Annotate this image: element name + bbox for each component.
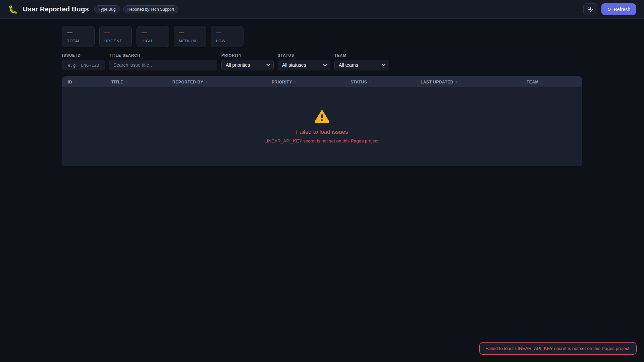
filter-group-status: STATUS All statuses (278, 53, 330, 70)
stats-row: — TOTAL — URGENT — HIGH — MEDIUM — LOW (62, 26, 582, 47)
team-label: TEAM (334, 53, 389, 57)
stat-value-high: — (142, 30, 164, 36)
filter-group-title-search: TITLE SEARCH (109, 53, 217, 70)
filter-group-issue-id: ISSUE ID (62, 53, 105, 70)
status-label: STATUS (278, 53, 330, 57)
column-header-priority[interactable]: PRIORITY ↕ (272, 80, 351, 84)
stat-label-medium: MEDIUM (179, 39, 201, 43)
page-title: User Reported Bugs (23, 5, 89, 13)
filter-group-priority: PRIORITY All priorities (221, 53, 274, 70)
refresh-button-label: Refresh (614, 7, 630, 12)
stat-card-medium: — MEDIUM (174, 26, 206, 47)
issue-id-input[interactable] (62, 60, 105, 70)
stat-label-urgent: URGENT (104, 39, 127, 43)
priority-label: PRIORITY (221, 53, 274, 57)
sort-icon: ↕ (369, 80, 371, 84)
stat-value-urgent: — (104, 30, 127, 36)
filters-row: ISSUE ID TITLE SEARCH PRIORITY All prior… (62, 53, 582, 70)
error-toast: Failed to load: LINEAR_API_KEY secret is… (479, 342, 637, 355)
minimize-glyph: – (574, 6, 579, 12)
warning-icon (315, 110, 329, 125)
sort-icon: ↕ (541, 80, 543, 84)
stat-value-low: — (216, 30, 238, 36)
badge-reported-by: Reported by:Tech Support (123, 5, 178, 13)
error-message: LINEAR_API_KEY secret is not set on this… (264, 138, 380, 143)
sun-icon (588, 7, 593, 12)
column-header-status[interactable]: STATUS ↕ (351, 80, 421, 84)
column-header-id[interactable]: ID ↕ (68, 80, 111, 84)
theme-toggle-button[interactable] (583, 3, 597, 15)
column-header-title[interactable]: TITLE ↕ (111, 80, 172, 84)
filter-group-team: TEAM All teams (334, 53, 389, 70)
column-header-last-updated[interactable]: LAST UPDATED ↕ (421, 80, 527, 84)
title-search-label: TITLE SEARCH (109, 53, 217, 57)
main-content: — TOTAL — URGENT — HIGH — MEDIUM — LOW I… (62, 19, 582, 166)
issue-id-label: ISSUE ID (62, 53, 105, 57)
sort-icon-active: ↕ (456, 80, 458, 84)
stat-label-high: HIGH (142, 39, 164, 43)
header-badges: Type:Bug Reported by:Tech Support (94, 5, 178, 13)
stat-label-low: LOW (216, 39, 238, 43)
toast-message: Failed to load: LINEAR_API_KEY secret is… (485, 346, 631, 351)
team-select[interactable]: All teams (334, 60, 389, 70)
priority-select[interactable]: All priorities (221, 60, 274, 70)
table-header-row: ID ↕ TITLE ↕ REPORTED BY ↕ PRIORITY ↕ ST… (62, 77, 582, 87)
sort-icon: ↕ (294, 80, 297, 84)
sort-icon: ↕ (206, 80, 208, 84)
stat-card-low: — LOW (211, 26, 244, 47)
stat-value-medium: — (179, 30, 201, 36)
stat-value-total: — (67, 30, 90, 36)
column-header-reported-by[interactable]: REPORTED BY ↕ (172, 80, 272, 84)
error-title: Failed to load issues (296, 129, 348, 135)
sort-icon: ↕ (74, 80, 76, 84)
stat-card-high: — HIGH (137, 26, 169, 47)
badge-type-bug: Type:Bug (94, 5, 120, 13)
stat-card-total: — TOTAL (62, 26, 95, 47)
bug-logo-icon: 🐛 (8, 5, 18, 13)
refresh-button[interactable]: ↻ Refresh (601, 3, 636, 15)
error-empty-state: Failed to load issues LINEAR_API_KEY sec… (264, 110, 380, 143)
stat-label-total: TOTAL (67, 39, 90, 43)
sort-icon: ↕ (126, 80, 128, 84)
column-header-team[interactable]: TEAM ↕ (527, 80, 582, 84)
table-body: Failed to load issues LINEAR_API_KEY sec… (62, 87, 582, 166)
title-search-input[interactable] (109, 60, 217, 70)
issues-table: ID ↕ TITLE ↕ REPORTED BY ↕ PRIORITY ↕ ST… (62, 76, 582, 166)
stat-card-urgent: — URGENT (99, 26, 132, 47)
app-header: 🐛 User Reported Bugs Type:Bug Reported b… (0, 0, 644, 19)
status-select[interactable]: All statuses (278, 60, 330, 70)
refresh-icon: ↻ (607, 7, 611, 12)
